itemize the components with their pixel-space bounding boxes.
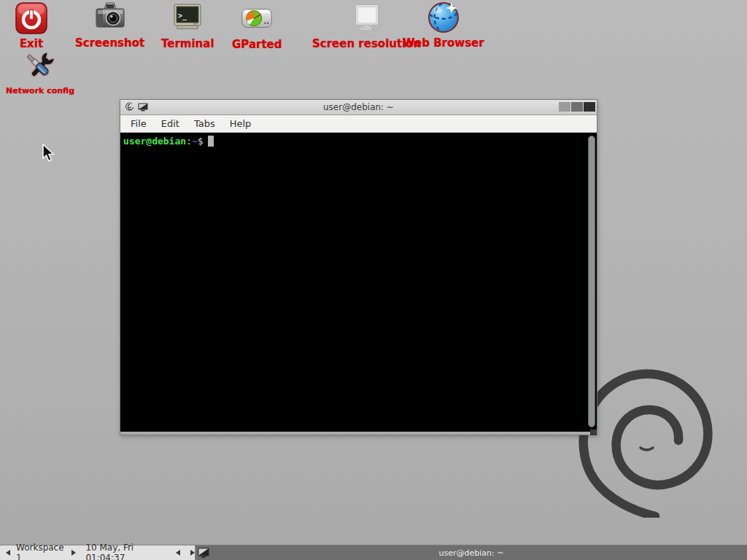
task-button-label: user@debian: ~: [196, 548, 747, 558]
globe-icon: [427, 1, 460, 34]
scrollbar-thumb[interactable]: [588, 136, 595, 427]
window-next-arrow-icon[interactable]: [190, 550, 195, 556]
taskbar-toolbar: Workspace 1 10 May, Fri 01:04:37: [0, 545, 196, 560]
task-button-terminal[interactable]: user@debian: ~: [196, 545, 747, 560]
minimize-button[interactable]: [559, 102, 570, 112]
monitor-icon: [350, 1, 384, 35]
prompt-path: ~: [192, 136, 198, 147]
camera-icon: [93, 1, 127, 34]
window-menubar: File Edit Tabs Help: [120, 115, 597, 133]
desktop-icon-screenshot[interactable]: Screenshot: [75, 1, 144, 50]
window-title: user@debian: ~: [120, 102, 597, 112]
shell-prompt: user@debian:~$: [123, 136, 214, 147]
icon-label: Web Browser: [403, 36, 484, 50]
prompt-user-host: user@debian: [123, 136, 186, 147]
workspace-prev-arrow-icon[interactable]: [6, 550, 10, 556]
clock: 10 May, Fri 01:04:37: [85, 542, 166, 560]
window-prev-arrow-icon[interactable]: [176, 550, 180, 556]
desktop-background: Exit Screenshot >_: [0, 0, 747, 560]
mouse-cursor: [42, 144, 56, 164]
desktop-icon-web-browser[interactable]: Web Browser: [403, 1, 484, 50]
menu-tabs[interactable]: Tabs: [187, 117, 222, 131]
icon-label: GParted: [232, 38, 282, 51]
text-cursor: [208, 136, 214, 147]
window-bottom-edge: [120, 432, 597, 435]
icon-label: Network config: [6, 86, 74, 96]
terminal-scrollbar[interactable]: [588, 136, 595, 427]
desktop-icon-gparted[interactable]: GParted: [232, 2, 282, 51]
svg-text:>_: >_: [178, 12, 187, 20]
menu-file[interactable]: File: [123, 117, 154, 131]
crt-terminal-icon: >_: [171, 1, 204, 35]
power-icon: [15, 1, 48, 35]
menu-edit[interactable]: Edit: [154, 117, 187, 131]
workspace-label[interactable]: Workspace 1: [16, 542, 66, 560]
terminal-window: user@debian: ~ File Edit Tabs Help user@…: [120, 99, 597, 435]
desktop-icon-exit[interactable]: Exit: [15, 1, 48, 50]
taskbar: Workspace 1 10 May, Fri 01:04:37 user@de…: [0, 545, 747, 560]
menu-help[interactable]: Help: [222, 117, 259, 131]
icon-label: Screenshot: [75, 36, 144, 50]
maximize-button[interactable]: [571, 102, 583, 112]
close-button[interactable]: [584, 102, 595, 112]
workspace-next-arrow-icon[interactable]: [71, 550, 76, 556]
disk-partition-icon: [240, 2, 274, 36]
prompt-symbol: $: [198, 136, 204, 147]
tools-icon: [20, 50, 61, 85]
icon-label: Exit: [20, 37, 43, 50]
resize-grip[interactable]: [590, 429, 597, 435]
icon-label: Terminal: [161, 37, 214, 50]
window-titlebar[interactable]: user@debian: ~: [120, 100, 597, 115]
desktop-icon-terminal[interactable]: >_ Terminal: [161, 1, 214, 50]
prompt-colon: :: [186, 136, 192, 147]
terminal-screen[interactable]: user@debian:~$: [120, 133, 597, 432]
desktop-icon-network-config[interactable]: Network config: [6, 50, 74, 96]
